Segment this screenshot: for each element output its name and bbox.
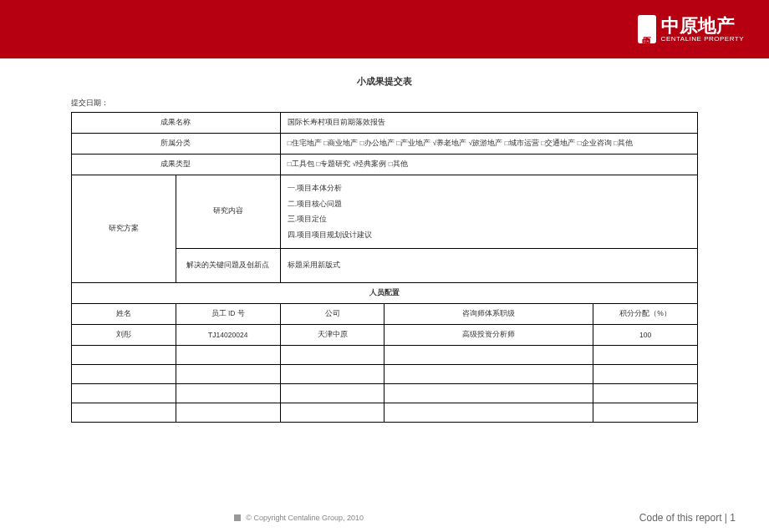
logo-text: 中原地产 CENTALINE PROPERTY	[661, 17, 744, 43]
table-row: 刘彤 TJ14020024 天津中原 高级投资分析师 100	[72, 324, 698, 345]
col-name: 姓名	[72, 303, 176, 324]
cell-score: 100	[593, 324, 698, 345]
page-title: 小成果提交表	[71, 75, 698, 88]
col-id: 员工 ID 号	[176, 303, 280, 324]
col-level: 咨询师体系职级	[384, 303, 593, 324]
row-category-value: □住宅地产 □商业地产 □办公地产 □产业地产 √养老地产 √旅游地产 □城市运…	[280, 134, 697, 155]
footer-left: © Copyright Centaline Group, 2010	[0, 514, 372, 522]
table-row	[72, 383, 698, 403]
cell-id: TJ14020024	[176, 324, 280, 345]
research-item-4: 四.项目项目规划设计建议	[288, 227, 690, 243]
col-score: 积分分配（%）	[593, 303, 698, 324]
logo-en: CENTALINE PROPERTY	[661, 35, 744, 43]
row-category-label: 所属分类	[72, 134, 281, 155]
row-type-value: □工具包 □专题研究 √经典案例 □其他	[280, 155, 697, 175]
col-company: 公司	[280, 303, 384, 324]
logo: 中原 中原地产 CENTALINE PROPERTY	[638, 15, 744, 43]
cell-level: 高级投资分析师	[384, 324, 593, 345]
submit-date-label: 提交日期：	[71, 98, 698, 109]
row-research-label: 研究内容	[176, 175, 280, 249]
cell-company: 天津中原	[280, 324, 384, 345]
research-item-3: 三.项目定位	[288, 211, 690, 227]
logo-badge: 中原	[638, 15, 656, 43]
row-type-label: 成果类型	[72, 155, 281, 175]
row-name-label: 成果名称	[72, 113, 281, 134]
footer-copyright: © Copyright Centaline Group, 2010	[246, 514, 364, 522]
footer-page: Code of this report | 1	[372, 512, 769, 524]
footer: © Copyright Centaline Group, 2010 Code o…	[0, 512, 769, 524]
row-research-value: 一.项目本体分析 二.项目核心问题 三.项目定位 四.项目项目规划设计建议	[280, 175, 697, 249]
row-innovate-value: 标题采用新版式	[280, 248, 697, 282]
research-item-2: 二.项目核心问题	[288, 196, 690, 212]
content-area: 小成果提交表 提交日期： 成果名称 国际长寿村项目前期落效报告 所属分类 □住宅…	[0, 58, 769, 423]
personnel-heading: 人员配置	[72, 282, 698, 303]
row-innovate-label: 解决的关键问题及创新点	[176, 248, 280, 282]
table-row	[72, 345, 698, 364]
row-name-value: 国际长寿村项目前期落效报告	[280, 113, 697, 134]
brand-header: 中原 中原地产 CENTALINE PROPERTY	[0, 0, 769, 58]
research-item-1: 一.项目本体分析	[288, 180, 690, 196]
submission-table: 成果名称 国际长寿村项目前期落效报告 所属分类 □住宅地产 □商业地产 □办公地…	[71, 112, 698, 423]
footer-square-icon	[234, 514, 241, 521]
table-row	[72, 364, 698, 383]
table-row	[72, 403, 698, 422]
logo-cn: 中原地产	[661, 17, 744, 35]
cell-name: 刘彤	[72, 324, 176, 345]
row-scheme-label: 研究方案	[72, 175, 176, 283]
